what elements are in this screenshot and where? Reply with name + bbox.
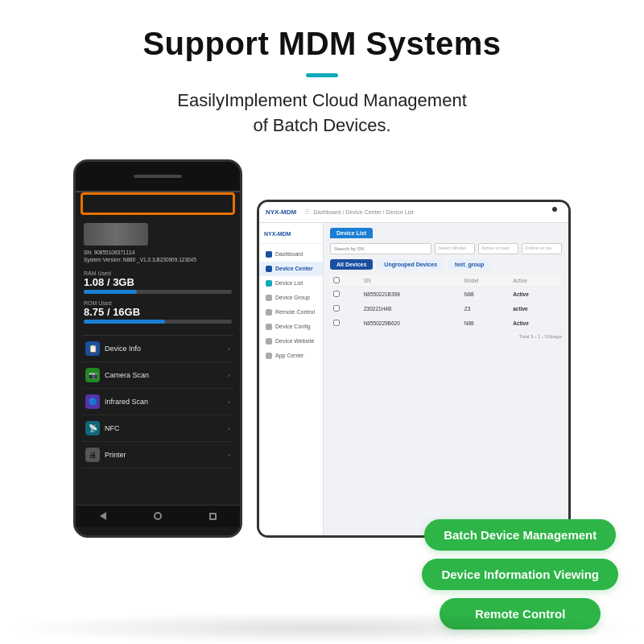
ram-bar-fill [84,290,137,294]
sidebar-logo-area: NYX-MDM [259,228,323,244]
device-blur-placeholder [84,223,148,246]
cell-sn: Z30221H4B [361,301,461,316]
tablet-device: NYX-MDM ☰ Dashboard / Device Center / De… [257,200,571,538]
search-sn-input[interactable] [330,243,431,254]
mobile-screen: SN: 90855108371114 System Version: N880 … [76,215,240,505]
cell-model: N88 [461,287,510,301]
sidebar-label: Device List [275,280,303,286]
nav-recents-button[interactable] [207,510,218,522]
device-group-2[interactable]: test_group [448,259,490,270]
sidebar-item-device-config[interactable]: Device Config [259,320,323,334]
table-row: N8550229B620 N88 Active [330,316,562,330]
row-checkbox[interactable] [333,305,340,312]
back-icon [100,512,106,520]
sidebar-icon [266,295,272,301]
menu-chevron-icon: › [228,372,230,379]
mobile-orange-band [80,192,235,215]
col-model: Model [461,275,510,287]
menu-item-icon: 📋 [85,341,100,356]
menu-item[interactable]: 🔵 Infrared Scan › [82,389,233,415]
subtitle: EasilyImplement Cloud Management of Batc… [0,89,644,138]
device-group-1[interactable]: Ungrouped Devices [378,259,444,270]
mobile-top-bar [76,162,240,192]
sidebar-label: Device Config [275,324,311,329]
menu-item-label: NFC [105,424,120,432]
menu-item-icon: 📷 [85,368,100,382]
tablet-screen: NYX-MDM ☰ Dashboard / Device Center / De… [259,202,568,535]
device-group-0[interactable]: All Devices [330,259,373,270]
row-checkbox[interactable] [333,320,340,326]
sidebar-item-dashboard[interactable]: Dashboard [259,247,323,262]
menu-item-label: Camera Scan [105,371,149,379]
sidebar-item-device-list[interactable]: Device List [259,276,323,291]
cell-model: N88 [461,316,510,330]
sidebar-item-device-center[interactable]: Device Center [259,262,323,276]
model-filter[interactable]: Select Model [435,243,475,254]
menu-chevron-icon: › [228,425,230,432]
nav-home-button[interactable] [152,510,163,522]
sidebar-icon [266,309,272,316]
rom-section: ROM Used 8.75 / 16GB [84,300,232,324]
home-icon [154,512,162,520]
menu-item-label: Device Info [105,345,141,353]
device-groups: All DevicesUngrouped Devicestest_group [330,259,562,270]
sidebar-icon [266,280,272,287]
sidebar-icon [266,353,272,359]
mdm-breadcrumb: Dashboard / Device Center / Device List [313,209,414,215]
menu-item-icon: 🖨 [85,448,100,462]
rom-bar-fill [84,320,165,324]
row-checkbox[interactable] [333,291,340,297]
mdm-top-bar: NYX-MDM ☰ Dashboard / Device Center / De… [259,202,568,223]
sidebar-item-device-group[interactable]: Device Group [259,291,323,305]
mobile-bottom-nav [76,505,240,527]
mdm-filter-row: Select Model Active or last Online or la… [330,243,562,254]
mdm-tab-device-list[interactable]: Device List [330,228,373,238]
mdm-tab-bar: Device List [330,228,562,238]
active-filter[interactable]: Active or last [478,243,518,254]
ram-label: RAM Used [84,270,232,276]
nav-back-button[interactable] [97,510,109,522]
cell-sn: N8550229B620 [361,316,461,330]
col-checkbox [330,275,361,287]
cell-active: Active [510,316,562,330]
menu-item-icon: 📡 [85,421,100,436]
sidebar-label: Remote Control [275,309,315,315]
mobile-device: SN: 90855108371114 System Version: N880 … [73,159,242,538]
menu-item[interactable]: 🖨 Printer › [82,442,233,469]
batch-management-btn[interactable]: Batch Device Management [424,519,616,551]
mobile-speaker [134,175,182,178]
mdm-main: Device List Select Model Active or last … [324,223,568,535]
menu-item[interactable]: 📷 Camera Scan › [82,362,233,389]
pagination: Total 3 ‹ 1 › 10/page [330,334,562,339]
device-table: SN Model Active N8550221B398 N88 Active … [330,275,562,331]
sidebar-icon [266,251,272,258]
sidebar-item-device-website[interactable]: Device Website [259,334,323,349]
col-sn: SN [361,275,461,287]
sidebar-item-app-center[interactable]: App Center [259,349,323,363]
menu-item[interactable]: 📋 Device Info › [82,336,233,362]
sidebar-item-remote-control[interactable]: Remote Control [259,305,323,320]
page-header: Support MDM Systems EasilyImplement Clou… [0,0,644,145]
col-active: Active [510,275,562,287]
rom-label: ROM Used [84,300,232,306]
sidebar-label: Device Center [275,266,313,271]
ram-value: 1.08 / 3GB [84,276,232,288]
online-filter[interactable]: Online or las [522,243,562,254]
sidebar-icon [266,266,272,272]
table-row: Z30221H4B Z3 active [330,301,562,316]
cell-active: Active [510,287,562,301]
menu-item[interactable]: 📡 NFC › [82,415,233,442]
sidebar-icon [266,338,272,345]
menu-item-icon: 🔵 [85,394,100,409]
sidebar-label: Device Website [275,338,315,344]
mdm-logo: NYX-MDM [266,208,296,216]
device-info-viewing-btn[interactable]: Device Information Viewing [422,559,618,590]
sidebar-icon [266,324,272,330]
sidebar-label: Dashboard [275,251,303,257]
mdm-sidebar: NYX-MDM Dashboard Device Center Device L… [259,223,324,535]
ram-bar-bg [84,290,232,294]
table-row: N8550221B398 N88 Active [330,287,562,301]
select-all-checkbox[interactable] [333,277,340,283]
accent-bar [306,73,338,77]
main-title: Support MDM Systems [0,26,644,62]
